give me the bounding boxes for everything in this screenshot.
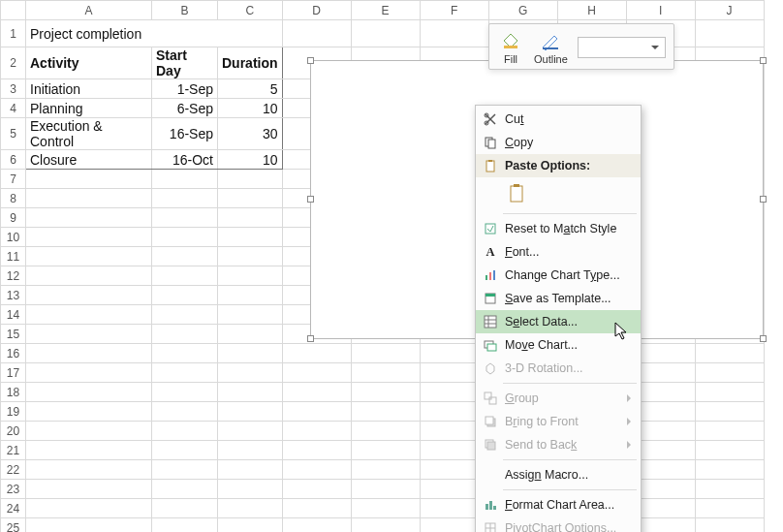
group-icon (480, 391, 501, 405)
menu-label: Copy (501, 136, 635, 149)
col-header-H[interactable]: H (557, 1, 626, 20)
svg-rect-16 (485, 316, 496, 328)
cell-activity-header[interactable]: Activity (26, 47, 152, 79)
row-header-2[interactable]: 2 (1, 47, 26, 79)
menu-assign-macro[interactable]: Assign Macro... (476, 463, 641, 486)
menu-cut[interactable]: Cut (476, 108, 641, 131)
cell-start-header[interactable]: Start Day (152, 47, 218, 79)
col-header-D[interactable]: D (282, 1, 351, 20)
row-header-15[interactable]: 15 (1, 325, 26, 344)
cell-A4[interactable]: Planning (26, 99, 152, 118)
row-header-23[interactable]: 23 (1, 480, 26, 499)
cell-C4[interactable]: 10 (218, 99, 283, 118)
col-header-J[interactable]: J (695, 1, 764, 20)
mini-toolbar: Fill Outline (488, 23, 674, 70)
context-menu: Cut Copy Paste Options: Reset to Match S… (475, 105, 642, 532)
col-header-I[interactable]: I (626, 1, 695, 20)
title-cell[interactable]: Project completion (26, 20, 283, 47)
menu-label: Paste Options: (501, 159, 635, 172)
svg-rect-13 (493, 270, 495, 280)
row-header-12[interactable]: 12 (1, 266, 26, 286)
row-header-14[interactable]: 14 (1, 305, 26, 325)
menu-paste-options-header: Paste Options: (476, 154, 641, 177)
row-header-19[interactable]: 19 (1, 402, 26, 422)
svg-rect-30 (493, 506, 496, 510)
copy-icon (480, 136, 501, 149)
col-header-C[interactable]: C (218, 1, 283, 20)
scissors-icon (480, 112, 501, 126)
row-header-1[interactable]: 1 (1, 20, 26, 47)
row-header-8[interactable]: 8 (1, 189, 26, 208)
row-header-16[interactable]: 16 (1, 344, 26, 363)
svg-rect-8 (511, 186, 522, 202)
cell-B3[interactable]: 1-Sep (152, 79, 218, 99)
fill-button[interactable]: Fill (497, 30, 524, 65)
resize-handle[interactable] (760, 335, 767, 342)
cell-B6[interactable]: 16-Oct (152, 150, 218, 170)
row-header-13[interactable]: 13 (1, 286, 26, 305)
resize-handle[interactable] (760, 196, 767, 203)
row-header-7[interactable]: 7 (1, 170, 26, 189)
row-header-5[interactable]: 5 (1, 118, 26, 150)
send-back-icon (480, 438, 501, 452)
menu-label: Format Chart Area... (501, 498, 635, 512)
cell-A6[interactable]: Closure (26, 150, 152, 170)
menu-reset-style[interactable]: Reset to Match Style (476, 217, 641, 240)
corner-cell[interactable] (1, 1, 26, 20)
cell-C6[interactable]: 10 (218, 150, 283, 170)
cell-B5[interactable]: 16-Sep (152, 118, 218, 150)
row-header-25[interactable]: 25 (1, 518, 26, 533)
cell-C5[interactable]: 30 (218, 118, 283, 150)
col-header-G[interactable]: G (488, 1, 557, 20)
svg-rect-12 (489, 272, 491, 280)
svg-rect-22 (485, 392, 491, 399)
cell-A3[interactable]: Initiation (26, 79, 152, 99)
col-header-F[interactable]: F (420, 1, 488, 20)
menu-change-chart-type[interactable]: Change Chart Type... (476, 264, 641, 287)
resize-handle[interactable] (307, 196, 314, 203)
row-header-17[interactable]: 17 (1, 363, 26, 383)
row-header-20[interactable]: 20 (1, 422, 26, 441)
menu-font[interactable]: A Font... (476, 240, 641, 264)
style-dropdown[interactable] (578, 37, 666, 58)
row-header-9[interactable]: 9 (1, 208, 26, 228)
row-header-3[interactable]: 3 (1, 79, 26, 99)
row-header-18[interactable]: 18 (1, 383, 26, 402)
col-header-A[interactable]: A (26, 1, 152, 20)
menu-label: Send to Back (501, 438, 623, 452)
cell-B4[interactable]: 6-Sep (152, 99, 218, 118)
paste-options-row (476, 177, 641, 210)
row-header-21[interactable]: 21 (1, 441, 26, 460)
resize-handle[interactable] (307, 57, 314, 64)
row-header-24[interactable]: 24 (1, 499, 26, 518)
col-header-E[interactable]: E (351, 1, 420, 20)
svg-rect-27 (487, 442, 495, 450)
menu-label: Change Chart Type... (501, 268, 635, 282)
chart-type-icon (480, 268, 501, 282)
paste-option-default[interactable] (505, 181, 530, 206)
cell-A5[interactable]: Execution & Control (26, 118, 152, 150)
cell-duration-header[interactable]: Duration (218, 47, 283, 79)
row-header-4[interactable]: 4 (1, 99, 26, 118)
outline-button[interactable]: Outline (534, 30, 568, 65)
menu-label: Reset to Match Style (501, 222, 635, 235)
svg-rect-9 (514, 184, 519, 187)
row-header-10[interactable]: 10 (1, 228, 26, 247)
row-header-6[interactable]: 6 (1, 150, 26, 170)
clipboard-icon (480, 159, 501, 172)
svg-rect-1 (543, 47, 558, 49)
col-header-B[interactable]: B (152, 1, 218, 20)
menu-separator (503, 489, 637, 490)
menu-separator (503, 383, 637, 384)
menu-format-chart-area[interactable]: Format Chart Area... (476, 493, 641, 516)
menu-separator (503, 459, 637, 460)
rotation-3d-icon (480, 361, 501, 375)
row-header-22[interactable]: 22 (1, 460, 26, 480)
menu-copy[interactable]: Copy (476, 131, 641, 154)
menu-save-template[interactable]: Save as Template... (476, 287, 641, 310)
reset-style-icon (480, 222, 501, 235)
row-header-11[interactable]: 11 (1, 247, 26, 266)
cell-C3[interactable]: 5 (218, 79, 283, 99)
resize-handle[interactable] (760, 57, 767, 64)
resize-handle[interactable] (307, 335, 314, 342)
